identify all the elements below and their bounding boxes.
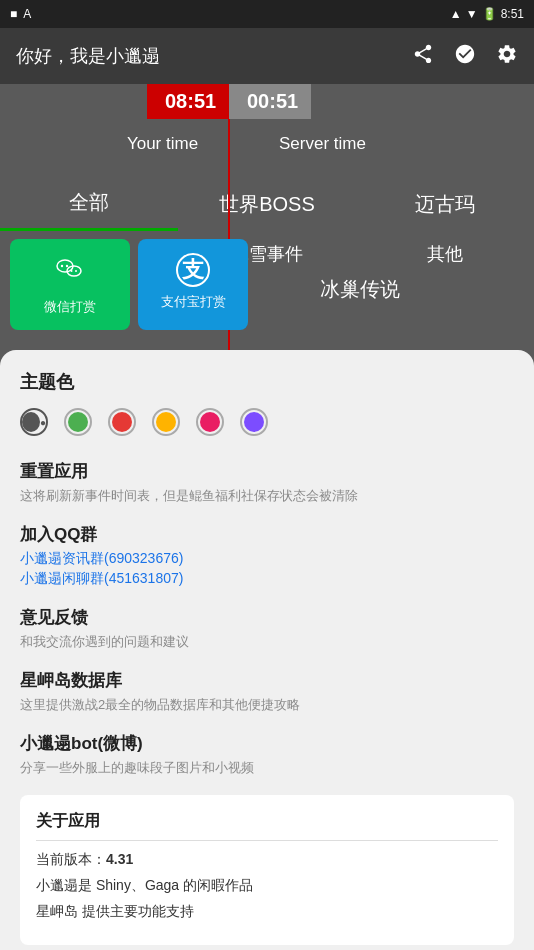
reset-app-title[interactable]: 重置应用 xyxy=(20,460,514,483)
signal-icon: ▲ xyxy=(450,7,462,21)
app-title: 你好，我是小邋遢 xyxy=(16,44,160,68)
reset-app-section: 重置应用 这将刷新新事件时间表，但是鲲鱼福利社保存状态会被清除 xyxy=(20,460,514,505)
color-dot-1[interactable] xyxy=(64,408,92,436)
tab-all[interactable]: 全部 xyxy=(0,177,178,231)
color-dot-4[interactable] xyxy=(196,408,224,436)
battery-icon: 🔋 xyxy=(482,7,497,21)
color-dot-5[interactable] xyxy=(240,408,268,436)
status-icon-1: ■ xyxy=(10,7,17,21)
bg-area: 08:51 00:51 Your time Server time 全部 世界B… xyxy=(0,84,534,384)
time-boxes: 08:51 00:51 xyxy=(147,84,311,119)
join-qq-title: 加入QQ群 xyxy=(20,523,514,546)
your-time-box: 08:51 xyxy=(147,84,229,119)
feedback-section: 意见反馈 和我交流你遇到的问题和建议 xyxy=(20,606,514,651)
alipay-label: 支付宝打赏 xyxy=(161,293,226,311)
join-qq-section: 加入QQ群 小邋遢资讯群(690323676) 小邋遢闲聊群(451631807… xyxy=(20,523,514,588)
about-credit: 小邋遢是 Shiny、Gaga 的闲暇作品 xyxy=(36,877,498,895)
about-support: 星岬岛 提供主要功能支持 xyxy=(36,903,498,921)
status-right: ▲ ▼ 🔋 8:51 xyxy=(450,7,524,21)
wifi-icon: ▼ xyxy=(466,7,478,21)
check-icon[interactable] xyxy=(454,43,476,70)
svg-point-4 xyxy=(71,270,73,272)
about-version-label: 当前版本： xyxy=(36,851,106,867)
alipay-icon: 支 xyxy=(176,253,210,287)
color-dot-3[interactable] xyxy=(152,408,180,436)
database-desc: 这里提供激战2最全的物品数据库和其他便捷攻略 xyxy=(20,696,514,714)
database-section: 星岬岛数据库 这里提供激战2最全的物品数据库和其他便捷攻略 xyxy=(20,669,514,714)
cat-other: 其他 xyxy=(356,242,534,266)
alipay-button[interactable]: 支 支付宝打赏 xyxy=(138,239,248,330)
status-time: 8:51 xyxy=(501,7,524,21)
top-bar-actions xyxy=(412,43,518,70)
server-time-label: Server time xyxy=(235,134,410,154)
about-title: 关于应用 xyxy=(36,811,498,841)
red-line xyxy=(228,84,230,384)
tab-world-boss[interactable]: 世界BOSS xyxy=(178,179,356,230)
color-dot-2[interactable] xyxy=(108,408,136,436)
svg-point-2 xyxy=(66,265,68,267)
about-version-row: 当前版本：4.31 xyxy=(36,851,498,869)
reset-app-desc: 这将刷新新事件时间表，但是鲲鱼福利社保存状态会被清除 xyxy=(20,487,514,505)
share-icon[interactable] xyxy=(412,43,434,70)
status-left: ■ A xyxy=(10,7,31,21)
top-bar: 你好，我是小邋遢 xyxy=(0,28,534,84)
about-card: 关于应用 当前版本：4.31 小邋遢是 Shiny、Gaga 的闲暇作品 星岬岛… xyxy=(20,795,514,945)
wechat-button[interactable]: 微信打赏 xyxy=(10,239,130,330)
settings-icon[interactable] xyxy=(496,43,518,70)
svg-point-1 xyxy=(61,265,63,267)
qq-link-1[interactable]: 小邋遢资讯群(690323676) xyxy=(20,550,514,568)
theme-color-section: 主题色 xyxy=(20,370,514,436)
feedback-title[interactable]: 意见反馈 xyxy=(20,606,514,629)
qq-link-2[interactable]: 小邋遢闲聊群(451631807) xyxy=(20,570,514,588)
tab-row: 全部 世界BOSS 迈古玛 xyxy=(0,179,534,229)
status-icon-2: A xyxy=(23,7,31,21)
server-time-box: 00:51 xyxy=(229,84,311,119)
wechat-label: 微信打赏 xyxy=(44,298,96,316)
special-label: 冰巢传说 xyxy=(320,276,400,303)
status-bar: ■ A ▲ ▼ 🔋 8:51 xyxy=(0,0,534,28)
database-title[interactable]: 星岬岛数据库 xyxy=(20,669,514,692)
wechat-icon xyxy=(54,253,86,292)
bot-title[interactable]: 小邋遢bot(微博) xyxy=(20,732,514,755)
settings-panel: 主题色 重置应用 这将刷新新事件时间表，但是鲲鱼福利社保存状态会被清 xyxy=(0,350,534,950)
payment-area: 微信打赏 支 支付宝打赏 xyxy=(10,239,248,330)
bot-section: 小邋遢bot(微博) 分享一些外服上的趣味段子图片和小视频 xyxy=(20,732,514,777)
theme-color-picker xyxy=(20,408,514,436)
your-time-label: Your time xyxy=(90,134,235,154)
bot-desc: 分享一些外服上的趣味段子图片和小视频 xyxy=(20,759,514,777)
tab-maguuma[interactable]: 迈古玛 xyxy=(356,179,534,230)
time-labels: Your time Server time xyxy=(90,134,450,154)
svg-point-5 xyxy=(75,270,77,272)
theme-color-title: 主题色 xyxy=(20,370,514,394)
about-version-value: 4.31 xyxy=(106,851,133,867)
feedback-desc: 和我交流你遇到的问题和建议 xyxy=(20,633,514,651)
color-dot-0[interactable] xyxy=(20,408,48,436)
